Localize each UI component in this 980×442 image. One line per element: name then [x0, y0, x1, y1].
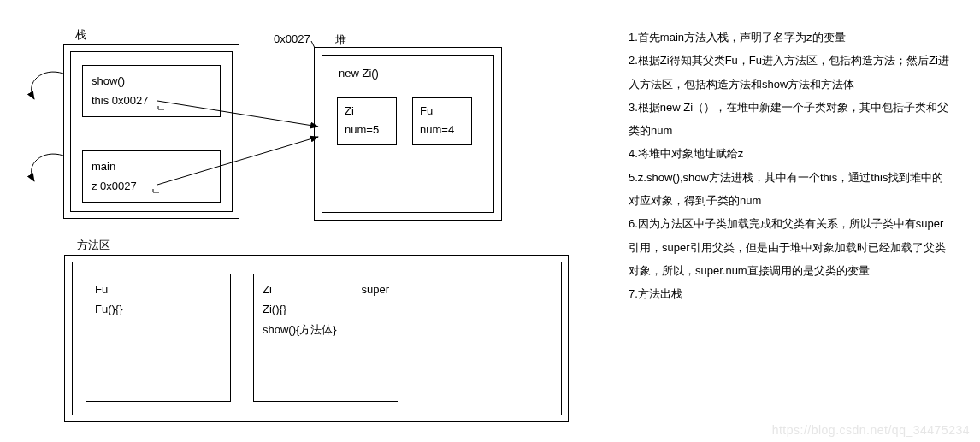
- method-area-label: 方法区: [77, 238, 110, 253]
- ma-fu-line2: Fu(){}: [95, 299, 221, 319]
- note-2: 2.根据Zi得知其父类Fu，Fu进入方法区，包括构造方法；然后Zi进入方法区，包…: [629, 49, 953, 96]
- note-1: 1.首先main方法入栈，声明了名字为z的变量: [629, 26, 953, 49]
- heap-zi-cell: Zi num=5: [337, 97, 397, 145]
- note-6: 6.因为方法区中子类加载完成和父类有关系，所以子类中有super引用，super…: [629, 212, 953, 282]
- ma-zi-line3: show(){方法体}: [263, 320, 389, 339]
- heap-label: 堆: [335, 32, 346, 48]
- stack-frame-show: show() this 0x0027: [82, 65, 221, 117]
- note-3: 3.根据new Zi（），在堆中新建一个子类对象，其中包括子类和父类的num: [629, 96, 953, 143]
- method-area-fu: Fu Fu(){}: [86, 274, 231, 402]
- main-line1: main: [92, 156, 211, 176]
- method-area-zi: super Zi Zi(){} show(){方法体}: [253, 274, 398, 402]
- ma-zi-line2: Zi(){}: [263, 299, 389, 319]
- ma-fu-line1: Fu: [95, 280, 221, 299]
- stack-label: 栈: [75, 27, 86, 43]
- main-line2: z 0x0027: [92, 176, 211, 196]
- show-line1: show(): [92, 71, 211, 91]
- heap-zi-num: num=5: [345, 121, 389, 139]
- note-4: 4.将堆中对象地址赋给z: [629, 142, 953, 165]
- show-line2: this 0x0027: [92, 91, 211, 110]
- watermark: https://blog.csdn.net/qq_34475234: [772, 423, 970, 437]
- note-7: 7.方法出栈: [629, 282, 953, 305]
- heap-address: 0x0027: [274, 32, 310, 45]
- heap-fu-cell: Fu num=4: [412, 97, 472, 145]
- heap-new-label: new Zi(): [339, 67, 379, 80]
- stack-frame-main: main z 0x0027: [82, 150, 221, 203]
- notes: 1.首先main方法入栈，声明了名字为z的变量 2.根据Zi得知其父类Fu，Fu…: [629, 26, 953, 306]
- note-5: 5.z.show(),show方法进栈，其中有一个this，通过this找到堆中…: [629, 166, 953, 213]
- ma-zi-super: super: [361, 280, 389, 299]
- heap-fu-num: num=4: [420, 121, 464, 139]
- heap-zi-name: Zi: [345, 102, 389, 121]
- heap-fu-name: Fu: [420, 102, 464, 121]
